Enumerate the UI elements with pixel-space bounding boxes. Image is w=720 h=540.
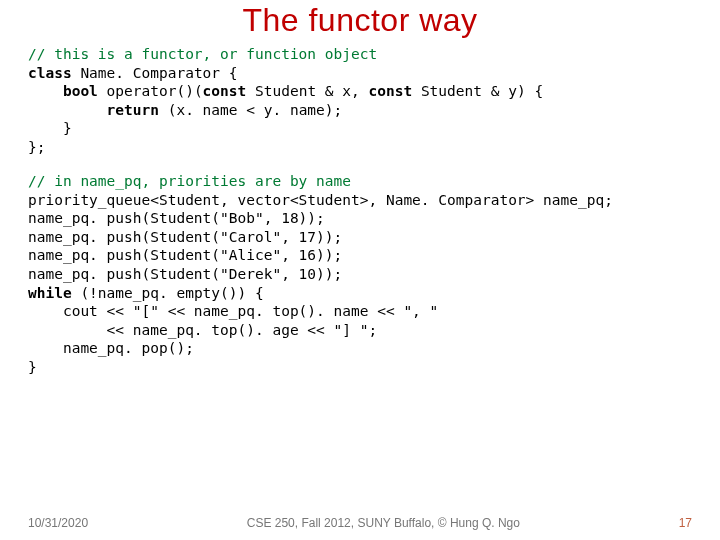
code-text: name_pq. push(Student("Alice", 16)); xyxy=(28,247,342,263)
slide-title: The functor way xyxy=(28,0,692,39)
code-text: cout << "[" << name_pq. top(). name << "… xyxy=(28,303,438,319)
code-block-1: // this is a functor, or function object… xyxy=(28,45,692,156)
code-text: name_pq. push(Student("Bob", 18)); xyxy=(28,210,325,226)
code-text: }; xyxy=(28,139,45,155)
footer-page-number: 17 xyxy=(679,516,692,530)
code-keyword: const xyxy=(203,83,255,99)
code-keyword: bool xyxy=(28,83,107,99)
code-text: name_pq. pop(); xyxy=(28,340,194,356)
spacer xyxy=(28,156,692,172)
footer-date: 10/31/2020 xyxy=(28,516,88,530)
code-text: (x. name < y. name); xyxy=(168,102,343,118)
code-text: priority_queue<Student, vector<Student>,… xyxy=(28,192,613,208)
code-text: } xyxy=(28,120,72,136)
code-comment: // in name_pq, priorities are by name xyxy=(28,173,351,189)
footer-center: CSE 250, Fall 2012, SUNY Buffalo, © Hung… xyxy=(247,516,520,530)
slide: The functor way // this is a functor, or… xyxy=(0,0,720,540)
code-keyword: return xyxy=(28,102,168,118)
code-keyword: while xyxy=(28,285,80,301)
code-keyword: const xyxy=(369,83,421,99)
code-text: Student & y) { xyxy=(421,83,543,99)
code-text: operator()( xyxy=(107,83,203,99)
code-block-2: // in name_pq, priorities are by name pr… xyxy=(28,172,692,376)
code-keyword: class xyxy=(28,65,80,81)
code-text: Student & x, xyxy=(255,83,369,99)
code-text: } xyxy=(28,359,37,375)
code-text: (!name_pq. empty()) { xyxy=(80,285,263,301)
code-text: name_pq. push(Student("Derek", 10)); xyxy=(28,266,342,282)
code-text: Name. Comparator { xyxy=(80,65,237,81)
code-text: << name_pq. top(). age << "] "; xyxy=(28,322,377,338)
footer: 10/31/2020 CSE 250, Fall 2012, SUNY Buff… xyxy=(28,516,692,530)
code-text: name_pq. push(Student("Carol", 17)); xyxy=(28,229,342,245)
code-comment: // this is a functor, or function object xyxy=(28,46,377,62)
